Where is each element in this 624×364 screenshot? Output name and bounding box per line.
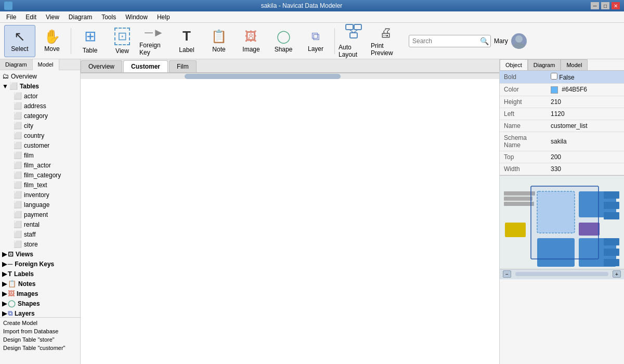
tree-table-film-actor[interactable]: ⬜film_actor [0, 160, 80, 170]
tool-select[interactable]: ↖ Select [4, 25, 35, 57]
prop-top-value: 200 [547, 151, 624, 163]
canvas-tab-customer[interactable]: Customer [123, 60, 168, 72]
svg-rect-27 [604, 212, 619, 219]
tree-shapes-section[interactable]: ▶ ◯ Shapes [0, 298, 80, 308]
bottom-design-customer[interactable]: Design Table "customer" [0, 344, 80, 352]
table-icon: ⬜ [14, 220, 22, 228]
tree-fk-section[interactable]: ▶ ─ Foreign Keys [0, 259, 80, 269]
left-panel-tabs: Diagram Model [0, 59, 80, 70]
svg-rect-23 [505, 223, 526, 237]
tool-move[interactable]: ✋ Move [36, 25, 68, 57]
minimap-plus-btn[interactable]: + [613, 270, 621, 278]
tree-table-address[interactable]: ⬜address [0, 101, 80, 111]
tool-print-preview[interactable]: 🖨 Print Preview [370, 25, 401, 57]
tree-layers-section[interactable]: ▶ ⧉ Layers [0, 308, 80, 317]
toolbar: ↖ Select ✋ Move ⊞ Table ⊡ View ─► Foreig… [0, 23, 624, 59]
menu-view[interactable]: View [42, 12, 63, 22]
tool-label[interactable]: T Label [171, 25, 202, 57]
chevron-right-icon: ▶ [2, 261, 7, 268]
tool-image[interactable]: 🖼 Image [236, 25, 267, 57]
menu-file[interactable]: File [2, 12, 20, 22]
prop-name-value: customer_list [547, 120, 624, 132]
window-controls: ─ □ ✕ [591, 2, 620, 9]
right-tab-object[interactable]: Object [500, 59, 528, 70]
menu-help[interactable]: Help [153, 12, 174, 22]
prop-width-value: 330 [547, 163, 624, 175]
tool-view[interactable]: ⊡ View [107, 25, 138, 57]
tree-table-film-category[interactable]: ⬜film_category [0, 170, 80, 180]
tree-table-film[interactable]: ⬜film [0, 150, 80, 160]
tree-overview[interactable]: 🗂 Overview [0, 71, 80, 81]
bold-checkbox[interactable] [551, 73, 557, 80]
close-button[interactable]: ✕ [612, 2, 620, 9]
tool-table[interactable]: ⊞ Table [74, 25, 106, 57]
bottom-design-store[interactable]: Design Table "store" [0, 335, 80, 344]
table-icon: ⬜ [14, 201, 22, 209]
tree-table-customer[interactable]: ⬜customer [0, 140, 80, 150]
tool-note[interactable]: 📋 Note [203, 25, 235, 57]
chevron-right-icon: ▶ [2, 290, 7, 297]
tool-auto-layout[interactable]: Auto Layout [338, 25, 369, 57]
search-input[interactable] [409, 35, 491, 47]
minimap-scrollbar[interactable] [515, 272, 608, 276]
tree-table-category[interactable]: ⬜category [0, 111, 80, 121]
tree-views-label: Views [16, 251, 33, 258]
tree-table-city[interactable]: ⬜city [0, 121, 80, 131]
maximize-button[interactable]: □ [601, 2, 609, 9]
tool-layer[interactable]: ⧉ Layer [300, 25, 331, 57]
bottom-create-model[interactable]: Create Model [0, 319, 80, 327]
menu-diagram[interactable]: Diagram [64, 12, 96, 22]
right-panel: Object Diagram Model Bold False Color #6… [499, 59, 624, 364]
tree-overview-label: Overview [11, 73, 37, 80]
tree-layers-label: Layers [15, 310, 35, 317]
right-tab-diagram[interactable]: Diagram [528, 59, 561, 70]
bottom-import-db[interactable]: Import from Database [0, 327, 80, 335]
tree-table-inventory[interactable]: ⬜inventory [0, 190, 80, 200]
tree-tables-section[interactable]: ▼ ⬜ Tables [0, 81, 80, 91]
tree-table-staff[interactable]: ⬜staff [0, 229, 80, 239]
color-swatch[interactable] [551, 86, 558, 94]
menu-window[interactable]: Window [121, 12, 152, 22]
search-icon[interactable]: 🔍 [480, 37, 489, 45]
table-icon: ⬜ [14, 181, 22, 189]
app-logo [4, 2, 12, 10]
tree-table-language[interactable]: ⬜language [0, 200, 80, 210]
user-name: Mary [494, 37, 508, 45]
hscroll-thumb[interactable] [185, 74, 341, 79]
minimap-controls: − + [500, 269, 624, 279]
tool-shape[interactable]: ◯ Shape [268, 25, 299, 57]
tree-table-store[interactable]: ⬜store [0, 239, 80, 249]
tab-diagram[interactable]: Diagram [0, 59, 33, 70]
tree-table-film-text[interactable]: ⬜film_text [0, 180, 80, 190]
svg-rect-29 [604, 249, 619, 256]
print-preview-icon: 🖨 [380, 25, 392, 40]
tab-model[interactable]: Model [33, 59, 59, 70]
tree-images-section[interactable]: ▶ 🖼 Images [0, 289, 80, 298]
svg-rect-1 [354, 24, 361, 30]
tree-table-rental[interactable]: ⬜rental [0, 219, 80, 229]
views-icon: ⊡ [8, 250, 14, 258]
tree-labels-section[interactable]: ▶ T Labels [0, 269, 80, 279]
svg-rect-25 [604, 191, 619, 199]
tree-table-actor[interactable]: ⬜actor [0, 91, 80, 101]
tree-table-country[interactable]: ⬜country [0, 131, 80, 140]
tool-foreign-key[interactable]: ─► Foreign Key [139, 25, 170, 57]
right-tab-model[interactable]: Model [561, 59, 588, 70]
tool-layer-label: Layer [308, 45, 323, 53]
minimize-button[interactable]: ─ [591, 2, 599, 9]
table-icon: ⬜ [14, 102, 22, 110]
tree-notes-section[interactable]: ▶ 📋 Notes [0, 279, 80, 289]
bottom-left-panel: Create Model Import from Database Design… [0, 317, 80, 364]
canvas-hscroll[interactable] [81, 73, 499, 79]
table-icon: ⬜ [14, 132, 22, 139]
minimap-minus-btn[interactable]: − [503, 270, 511, 278]
prop-width: Width 330 [500, 163, 624, 175]
canvas-tabs: Overview Customer Film [81, 59, 499, 73]
tree-table-payment[interactable]: ⬜payment [0, 210, 80, 219]
svg-rect-16 [504, 191, 535, 196]
canvas-tab-film[interactable]: Film [169, 60, 197, 72]
canvas-tab-overview[interactable]: Overview [81, 60, 122, 72]
menu-edit[interactable]: Edit [21, 12, 41, 22]
tree-views-section[interactable]: ▶ ⊡ Views [0, 249, 80, 259]
menu-tools[interactable]: Tools [97, 12, 120, 22]
